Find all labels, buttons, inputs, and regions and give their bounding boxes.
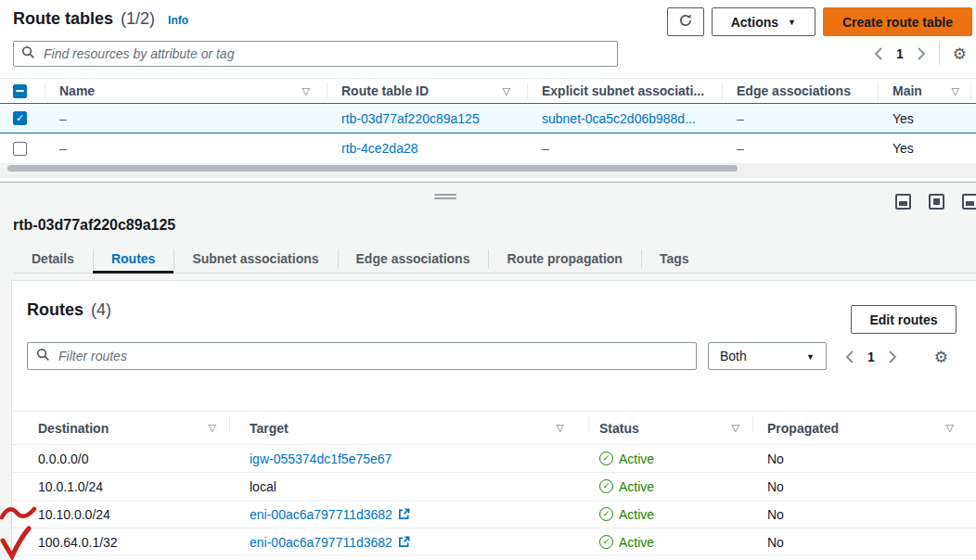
column-header-route-table-id[interactable]: Route table ID ▽ <box>327 79 527 103</box>
previous-page-icon[interactable] <box>845 350 854 363</box>
select-all-checkbox[interactable] <box>13 84 27 98</box>
target-link[interactable]: igw-055374dc1f5e75e67 <box>250 452 392 466</box>
subnet-association-cell: – <box>527 141 722 156</box>
previous-page-icon[interactable] <box>874 47 883 60</box>
page-header: Route tables (1/2) Info <box>13 9 188 29</box>
sort-icon[interactable]: ▽ <box>557 423 564 433</box>
external-link-icon[interactable] <box>398 536 410 548</box>
create-route-table-button[interactable]: Create route table <box>823 7 972 36</box>
column-header-explicit-subnet: Explicit subnet associati... <box>527 79 722 103</box>
status-badge: ✓Active <box>599 479 654 494</box>
scrollbar-thumb[interactable] <box>7 165 738 172</box>
table-row[interactable]: – rtb-4ce2da28 – – Yes <box>0 134 976 164</box>
panel-resize-handle[interactable] <box>434 194 456 199</box>
create-button-label: Create route table <box>842 15 953 30</box>
target-link[interactable]: eni-00ac6a797711d3682 <box>250 535 392 550</box>
external-link-icon[interactable] <box>398 508 410 520</box>
tab-routes[interactable]: Routes <box>93 246 173 273</box>
select-all-cell <box>0 84 45 98</box>
next-page-icon[interactable] <box>917 47 926 60</box>
column-header-propagated[interactable]: Propagated ▽ <box>752 412 976 444</box>
panel-bottom-layout-icon[interactable] <box>895 194 911 210</box>
route-tables-table: Name ▽ Route table ID ▽ Explicit subnet … <box>0 78 976 164</box>
route-filter-dropdown[interactable]: Both ▼ <box>708 342 827 370</box>
panel-main-layout-icon[interactable] <box>929 194 944 210</box>
propagated-cell: No <box>752 452 976 466</box>
sort-icon[interactable]: ▽ <box>946 423 954 433</box>
tab-subnet-associations[interactable]: Subnet associations <box>173 246 337 273</box>
tab-route-propagation[interactable]: Route propagation <box>488 246 640 273</box>
edit-routes-button[interactable]: Edit routes <box>851 305 957 334</box>
next-page-icon[interactable] <box>888 350 897 363</box>
info-link[interactable]: Info <box>168 14 188 27</box>
header-actions: Actions ▼ Create route table <box>667 7 972 36</box>
edit-routes-label: Edit routes <box>869 312 937 327</box>
actions-button[interactable]: Actions ▼ <box>712 7 815 36</box>
routes-card: Routes (4) Edit routes Both ▼ 1 <box>11 280 976 560</box>
table-row[interactable]: ✓ – rtb-03d77af220c89a125 subnet-0ca5c2d… <box>0 103 976 134</box>
propagated-cell: No <box>752 535 976 550</box>
route-row[interactable]: 10.10.0.0/24 eni-00ac6a797711d3682 ✓Acti… <box>12 501 976 528</box>
route-tables-console: Route tables (1/2) Info Actions ▼ Create… <box>0 0 976 560</box>
column-header-name[interactable]: Name ▽ <box>45 79 327 103</box>
sort-icon[interactable]: ▽ <box>503 86 510 96</box>
filter-routes-input[interactable] <box>57 348 696 364</box>
routes-header-row: Destination ▽ Target ▽ Status ▽ Propagat… <box>12 411 976 445</box>
split-panel: rtb-03d77af220c89a125 Details Routes Sub… <box>0 183 976 560</box>
find-resources-search[interactable] <box>13 41 618 67</box>
row-checkbox[interactable]: ✓ <box>13 111 27 125</box>
panel-layout-controls <box>895 194 976 214</box>
panel-tabs: Details Routes Subnet associations Edge … <box>13 246 976 274</box>
panel-side-layout-icon[interactable] <box>962 194 976 210</box>
status-check-icon: ✓ <box>599 479 613 493</box>
tab-edge-associations[interactable]: Edge associations <box>338 246 489 273</box>
main-cell: Yes <box>878 111 976 126</box>
target-link[interactable]: eni-00ac6a797711d3682 <box>250 507 392 522</box>
caret-down-icon: ▼ <box>788 19 796 27</box>
sort-icon[interactable]: ▽ <box>302 86 310 96</box>
column-header-main[interactable]: Main ▽ <box>878 79 976 103</box>
target-cell: local <box>229 479 588 494</box>
routes-pagination: 1 ⚙ <box>845 346 948 368</box>
column-header-target[interactable]: Target ▽ <box>229 412 588 444</box>
propagated-cell: No <box>752 507 976 522</box>
search-icon <box>21 45 35 63</box>
status-badge: ✓Active <box>599 452 654 466</box>
route-row[interactable]: 10.0.1.0/24 local ✓Active No <box>12 473 976 501</box>
destination-cell: 10.0.1.0/24 <box>12 479 229 494</box>
destination-cell: 0.0.0.0/0 <box>12 452 229 466</box>
column-header-status[interactable]: Status ▽ <box>588 412 752 444</box>
row-checkbox[interactable] <box>13 142 27 156</box>
route-row[interactable]: 100.64.0.1/32 eni-00ac6a797711d3682 ✓Act… <box>12 528 976 556</box>
settings-gear-icon[interactable]: ⚙ <box>953 46 967 62</box>
check-icon: ✓ <box>16 113 24 123</box>
edge-associations-cell: – <box>722 111 878 126</box>
column-header-destination[interactable]: Destination ▽ <box>12 412 229 444</box>
settings-gear-icon[interactable]: ⚙ <box>934 350 948 365</box>
tab-tags[interactable]: Tags <box>641 246 708 273</box>
table-header-row: Name ▽ Route table ID ▽ Explicit subnet … <box>0 78 976 103</box>
route-table-id-link[interactable]: rtb-03d77af220c89a125 <box>341 111 480 126</box>
status-check-icon: ✓ <box>599 535 613 549</box>
status-check-icon: ✓ <box>599 452 613 465</box>
refresh-icon <box>678 13 693 31</box>
name-cell: – <box>45 141 327 156</box>
destination-cell: 100.64.0.1/32 <box>12 535 229 550</box>
tab-details[interactable]: Details <box>13 246 93 273</box>
status-badge: ✓Active <box>599 507 654 522</box>
sort-icon[interactable]: ▽ <box>952 86 959 96</box>
filter-routes-search[interactable] <box>27 342 697 370</box>
page-number[interactable]: 1 <box>867 350 875 364</box>
sort-icon[interactable]: ▽ <box>732 423 739 433</box>
page-number[interactable]: 1 <box>896 46 904 61</box>
refresh-button[interactable] <box>667 7 704 36</box>
column-header-edge-associations: Edge associations <box>722 79 878 103</box>
route-row[interactable]: 0.0.0.0/0 igw-055374dc1f5e75e67 ✓Active … <box>12 445 976 473</box>
search-input[interactable] <box>42 45 617 62</box>
status-check-icon: ✓ <box>599 507 613 521</box>
main-cell: Yes <box>878 141 976 156</box>
route-table-id-link[interactable]: rtb-4ce2da28 <box>341 141 418 156</box>
page-count: (1/2) <box>121 9 155 29</box>
sort-icon[interactable]: ▽ <box>209 423 216 433</box>
subnet-association-link[interactable]: subnet-0ca5c2d06b988d... <box>542 111 696 126</box>
